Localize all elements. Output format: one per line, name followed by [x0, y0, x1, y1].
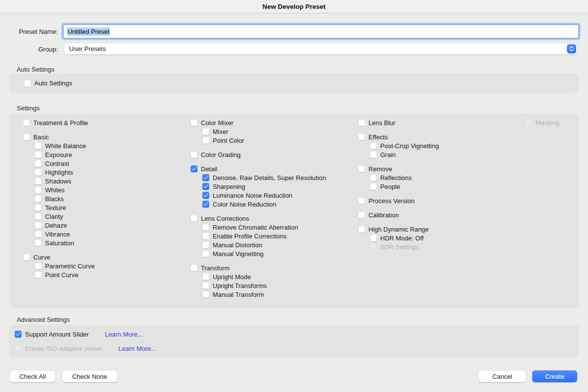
checkbox-row-point-color[interactable]: Point Color [202, 136, 326, 145]
checkbox-row-remove-chromatic-aberration[interactable]: Remove Chromatic Aberration [202, 223, 326, 232]
checkbox-row-post-crop-vignetting[interactable]: Post-Crop Vignetting [370, 141, 439, 150]
checkbox-row-exposure[interactable]: Exposure [35, 150, 95, 159]
checkbox-row-high-dynamic-range[interactable]: High Dynamic Range [358, 225, 439, 234]
checkbox-dehaze[interactable] [35, 222, 42, 229]
checkbox-parametric-curve[interactable] [35, 262, 42, 269]
checkbox-whites[interactable] [35, 186, 42, 193]
checkbox-row-basic[interactable]: Basic [23, 132, 95, 141]
checkbox-row-whites[interactable]: Whites [35, 185, 95, 194]
checkbox-lens-corrections[interactable] [191, 215, 197, 222]
checkbox-clarity[interactable] [35, 213, 42, 220]
checkbox-row-enable-profile-corrections[interactable]: Enable Profile Corrections [202, 232, 326, 240]
checkbox-row-grain[interactable]: Grain [370, 150, 439, 159]
learn-more-link[interactable]: Learn More... [105, 331, 143, 338]
checkbox-row-luminance-noise-reduction[interactable]: Luminance Noise Reduction [202, 191, 326, 200]
checkbox-point-color[interactable] [202, 137, 209, 144]
checkbox-blacks[interactable] [35, 195, 42, 202]
checkbox-effects[interactable] [358, 133, 365, 140]
checkbox-vibrance[interactable] [35, 231, 42, 237]
checkbox-process-version[interactable] [358, 197, 365, 204]
checkbox-row-color-noise-reduction[interactable]: Color Noise Reduction [202, 200, 326, 209]
checkbox-transform[interactable] [191, 264, 197, 271]
checkbox-remove[interactable] [358, 165, 365, 172]
checkbox-row-vibrance[interactable]: Vibrance [35, 230, 95, 238]
learn-more-link[interactable]: Learn More... [119, 345, 156, 352]
checkbox-row-color-grading[interactable]: Color Grading [191, 150, 326, 159]
preset-name-input[interactable]: Untitled Preset [63, 25, 579, 38]
checkbox-row-lens-blur[interactable]: Lens Blur [358, 118, 439, 127]
cancel-button[interactable]: Cancel [479, 370, 526, 382]
create-button[interactable]: Create [532, 370, 577, 382]
checkbox-saturation[interactable] [35, 239, 42, 246]
checkbox-white-balance[interactable] [35, 142, 42, 149]
checkbox-row-manual-vignetting[interactable]: Manual Vignetting [202, 249, 326, 258]
checkbox-row-mixer[interactable]: Mixer [202, 127, 326, 136]
checkbox-row-remove[interactable]: Remove [358, 164, 439, 173]
check-all-button[interactable]: Check All [10, 370, 55, 382]
checkbox-row-sharpening[interactable]: Sharpening [202, 182, 326, 191]
checkbox-auto-settings[interactable] [24, 80, 31, 87]
checkbox-manual-transform[interactable] [202, 291, 209, 298]
checkbox-row-detail[interactable]: Detail [191, 164, 326, 173]
checkbox-contrast[interactable] [35, 160, 42, 167]
checkbox-reflections[interactable] [370, 174, 377, 181]
checkbox-row-hdr-mode-off[interactable]: HDR Mode: Off [370, 234, 439, 242]
checkbox-row-support-amount-slider[interactable]: Support Amount SliderLearn More... [15, 330, 579, 339]
checkbox-mixer[interactable] [202, 128, 209, 135]
checkbox-shadows[interactable] [35, 178, 42, 184]
checkbox-row-highlights[interactable]: Highlights [35, 168, 95, 177]
checkbox-row-texture[interactable]: Texture [35, 203, 95, 212]
checkbox-point-curve[interactable] [35, 271, 42, 278]
checkbox-row-calibration[interactable]: Calibration [358, 210, 439, 219]
checkbox-row-upright-transforms[interactable]: Upright Transforms [202, 281, 326, 290]
checkbox-row-color-mixer[interactable]: Color Mixer [191, 118, 326, 127]
checkbox-upright-mode[interactable] [202, 273, 209, 280]
checkbox-curve[interactable] [23, 254, 30, 261]
checkbox-hdr-mode-off[interactable] [370, 235, 377, 241]
checkbox-remove-chromatic-aberration[interactable] [202, 224, 209, 231]
checkbox-calibration[interactable] [358, 211, 365, 218]
checkbox-row-reflections[interactable]: Reflections [370, 173, 439, 182]
checkbox-color-grading[interactable] [191, 151, 197, 158]
checkbox-row-white-balance[interactable]: White Balance [35, 141, 95, 150]
checkbox-manual-distortion[interactable] [202, 241, 209, 248]
checkbox-manual-vignetting[interactable] [202, 250, 209, 257]
checkbox-basic[interactable] [23, 133, 30, 140]
checkbox-texture[interactable] [35, 204, 42, 211]
checkbox-exposure[interactable] [35, 151, 42, 158]
checkbox-lens-blur[interactable] [358, 119, 365, 126]
checkbox-row-effects[interactable]: Effects [358, 132, 439, 141]
checkbox-row-process-version[interactable]: Process Version [358, 196, 439, 205]
checkbox-detail[interactable] [191, 165, 197, 172]
checkbox-denoise-raw-details-super-resolution[interactable] [202, 174, 209, 181]
checkbox-row-people[interactable]: People [370, 182, 439, 191]
checkbox-row-parametric-curve[interactable]: Parametric Curve [35, 261, 95, 270]
checkbox-row-dehaze[interactable]: Dehaze [35, 221, 95, 230]
checkbox-row-contrast[interactable]: Contrast [35, 159, 95, 168]
checkbox-row-saturation[interactable]: Saturation [35, 238, 95, 247]
checkbox-row-manual-distortion[interactable]: Manual Distortion [202, 240, 326, 249]
checkbox-row-manual-transform[interactable]: Manual Transform [202, 290, 326, 299]
checkbox-row-blacks[interactable]: Blacks [35, 194, 95, 203]
checkbox-row-clarity[interactable]: Clarity [35, 212, 95, 221]
group-select[interactable]: User Presets [64, 43, 577, 54]
checkbox-row-point-curve[interactable]: Point Curve [35, 270, 95, 279]
checkbox-color-noise-reduction[interactable] [202, 201, 209, 208]
checkbox-enable-profile-corrections[interactable] [202, 233, 209, 239]
checkbox-color-mixer[interactable] [191, 119, 197, 126]
checkbox-upright-transforms[interactable] [202, 282, 209, 289]
checkbox-row-shadows[interactable]: Shadows [35, 177, 95, 185]
checkbox-high-dynamic-range[interactable] [358, 226, 365, 233]
checkbox-support-amount-slider[interactable] [15, 331, 22, 338]
checkbox-row-curve[interactable]: Curve [23, 253, 95, 261]
checkbox-row-lens-corrections[interactable]: Lens Corrections [191, 214, 326, 223]
checkbox-row-transform[interactable]: Transform [191, 263, 326, 272]
checkbox-row-upright-mode[interactable]: Upright Mode [202, 272, 326, 281]
checkbox-row-auto-settings[interactable]: Auto Settings [24, 79, 72, 88]
checkbox-row-treatment-profile[interactable]: Treatment & Profile [23, 118, 95, 127]
checkbox-sharpening[interactable] [202, 183, 209, 190]
checkbox-post-crop-vignetting[interactable] [370, 142, 377, 149]
checkbox-grain[interactable] [370, 151, 377, 158]
checkbox-luminance-noise-reduction[interactable] [202, 192, 209, 199]
checkbox-treatment-profile[interactable] [23, 119, 30, 126]
